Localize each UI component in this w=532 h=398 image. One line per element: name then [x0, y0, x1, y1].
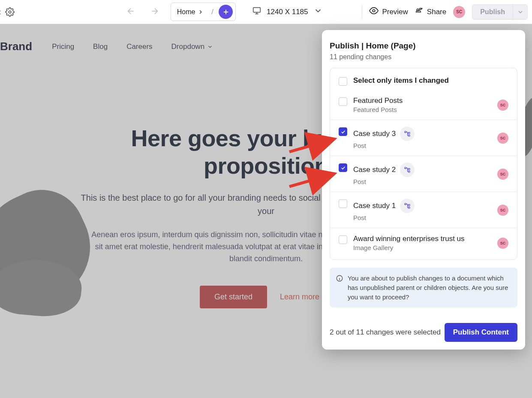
back-icon[interactable]	[126, 6, 135, 18]
svg-rect-6	[409, 133, 410, 134]
publish-caret[interactable]	[513, 5, 527, 19]
change-item-type: Post	[353, 142, 491, 149]
select-all-row[interactable]: Select only items I changed	[330, 70, 517, 90]
change-item-row[interactable]: Case study 2 Post SC	[330, 156, 517, 192]
select-all-label: Select only items I changed	[353, 76, 508, 85]
tree-icon[interactable]	[400, 199, 415, 213]
breadcrumb[interactable]: Home /	[171, 3, 236, 21]
avatar: SC	[497, 238, 508, 249]
svg-rect-1	[253, 8, 261, 12]
change-item-title: Case study 2	[353, 163, 491, 177]
svg-rect-11	[405, 203, 406, 205]
svg-rect-10	[409, 171, 410, 172]
chevron-down-icon	[313, 6, 323, 18]
info-text: You are about to publish changes to a do…	[348, 274, 511, 302]
svg-rect-5	[405, 131, 406, 133]
add-button[interactable]	[219, 5, 233, 19]
svg-rect-8	[405, 167, 406, 169]
change-item-row[interactable]: Featured Posts Featured Posts SC	[330, 90, 517, 120]
checkbox[interactable]	[339, 77, 347, 86]
checkbox[interactable]	[339, 199, 347, 208]
share-button[interactable]: Share	[415, 6, 446, 17]
svg-rect-13	[409, 207, 410, 208]
svg-point-0	[9, 11, 11, 13]
publish-button[interactable]: Publish	[472, 5, 513, 19]
share-icon	[415, 6, 424, 17]
svg-rect-7	[409, 135, 410, 136]
publish-popover: Publish | Home (Page) 11 pending changes…	[322, 30, 525, 350]
tree-icon[interactable]	[400, 163, 415, 177]
checkbox[interactable]	[339, 127, 347, 136]
breadcrumb-sep: /	[209, 8, 216, 16]
share-label: Share	[427, 8, 446, 16]
change-item-row[interactable]: Case study 1 Post SC	[330, 192, 517, 228]
publish-split-button: Publish	[472, 4, 528, 20]
svg-rect-12	[409, 205, 410, 206]
change-item-title: Case study 1	[353, 199, 491, 213]
publish-content-button[interactable]: Publish Content	[445, 323, 517, 342]
change-item-type: Featured Posts	[353, 106, 491, 113]
viewport-selector[interactable]: 1240 X 1185	[252, 6, 322, 18]
history-nav	[126, 6, 159, 18]
popover-subtitle: 11 pending changes	[330, 53, 517, 61]
change-item-title: Award winning enterprises trust us	[353, 235, 491, 243]
toolbar-left-trunc: ct	[0, 8, 1, 15]
checkbox[interactable]	[339, 235, 347, 244]
svg-point-2	[373, 9, 376, 12]
checkbox[interactable]	[339, 163, 347, 172]
preview-button[interactable]: Preview	[369, 6, 408, 18]
viewport-text: 1240 X 1185	[267, 8, 308, 16]
desktop-icon	[252, 6, 261, 18]
preview-label: Preview	[382, 8, 408, 16]
change-item-type: Image Gallery	[353, 244, 491, 251]
app-toolbar: ct Home / 1240 X 1185 Preview Share	[0, 0, 532, 24]
breadcrumb-home-label: Home	[177, 8, 195, 16]
popover-title: Publish | Home (Page)	[330, 41, 517, 51]
avatar: SC	[497, 169, 508, 180]
selection-count: 2 out of 11 changes were selected	[330, 328, 441, 337]
svg-rect-9	[409, 169, 410, 170]
change-item-row[interactable]: Case study 3 Post SC	[330, 120, 517, 156]
eye-icon	[369, 6, 379, 18]
avatar[interactable]: SC	[453, 6, 465, 18]
change-item-title: Featured Posts	[353, 96, 491, 105]
change-item-row[interactable]: Award winning enterprises trust us Image…	[330, 228, 517, 258]
info-box: You are about to publish changes to a do…	[330, 268, 517, 308]
avatar: SC	[497, 100, 508, 111]
change-item-title: Case study 3	[353, 127, 491, 141]
breadcrumb-home[interactable]: Home	[177, 8, 207, 16]
change-item-type: Post	[353, 178, 491, 185]
info-icon	[336, 274, 343, 285]
forward-icon[interactable]	[150, 6, 159, 18]
toolbar-separator	[362, 5, 362, 19]
gear-icon[interactable]	[5, 7, 15, 17]
svg-point-4	[420, 8, 421, 10]
tree-icon[interactable]	[400, 127, 415, 141]
avatar: SC	[497, 205, 508, 216]
checkbox[interactable]	[339, 97, 347, 106]
avatar: SC	[497, 133, 508, 144]
change-item-type: Post	[353, 214, 491, 221]
